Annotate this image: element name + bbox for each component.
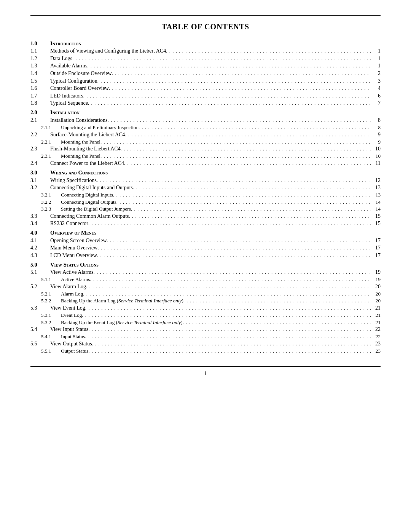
toc-row-sub1: 3.3 Connecting Common Alarm Outputs 15	[30, 212, 381, 220]
toc-label: Unpacking and Preliminary Inspection	[61, 125, 371, 131]
subsection-num: 5.3.2	[30, 320, 61, 326]
subsection-num: 5.2.2	[30, 298, 61, 304]
toc-row-sub1: 5.5 View Output Status 23	[30, 340, 381, 348]
subsection-num: 5.2	[30, 284, 50, 290]
toc-label: Setting the Digital Output Jumpers	[61, 206, 371, 212]
toc-page: 10	[371, 153, 381, 159]
toc-row-sub1: 4.2 Main Menu Overview 17	[30, 244, 381, 252]
toc-label: Controller Board Overview	[50, 85, 371, 91]
toc-row-sub1: 4.1 Opening Screen Overview 17	[30, 237, 381, 244]
toc-row-sub1: 3.2 Connecting Digital Inputs and Output…	[30, 184, 381, 192]
subsection-num: 5.4	[30, 326, 50, 332]
toc-page: 21	[371, 312, 381, 318]
subsection-num: 2.1	[30, 117, 50, 123]
toc-page: 1	[371, 56, 381, 62]
toc-page: 15	[371, 213, 381, 219]
toc-label: Backing Up the Event Log (Service Termin…	[61, 320, 371, 326]
toc-label: View Input Status	[50, 326, 371, 332]
toc-label: Installation Considerations	[50, 117, 371, 123]
toc-page: 11	[371, 160, 381, 166]
toc-page: 21	[371, 305, 381, 311]
toc-label: LCD Menu Overview	[50, 252, 371, 259]
toc-page: 2	[371, 70, 381, 77]
toc-row-sub1: 1.8 Typical Sequence 7	[30, 100, 381, 107]
subsection-num: 3.4	[30, 220, 50, 227]
section-heading-row: 5.0 View Status Options	[30, 259, 381, 269]
toc-label: Connect Power to the Liebert AC4	[50, 160, 371, 166]
section-num: 2.0	[30, 110, 50, 116]
toc-label: Methods of Viewing and Configuring the L…	[50, 48, 371, 54]
subsection-num: 2.3	[30, 146, 50, 152]
toc-row-sub1: 3.1 Wiring Specifications 12	[30, 177, 381, 184]
toc-page: 7	[371, 100, 381, 106]
toc-label: Output Status	[61, 348, 371, 354]
subsection-num: 1.2	[30, 56, 50, 62]
toc-label: Mounting the Panel	[61, 153, 371, 159]
toc-content: 1.0 Introduction 1.1 Methods of Viewing …	[30, 38, 381, 355]
toc-row-sub2: 5.2.1 Alarm Log 20	[30, 291, 381, 297]
top-rule	[30, 15, 381, 16]
toc-page: 17	[371, 245, 381, 251]
toc-label: View Output Status	[50, 341, 371, 347]
toc-page: 20	[371, 284, 381, 290]
toc-row-sub2: 3.2.2 Connecting Digital Outputs 14	[30, 198, 381, 205]
subsection-num: 5.3	[30, 305, 50, 311]
toc-row-sub2: 2.2.1 Mounting the Panel 9	[30, 138, 381, 145]
toc-label: Connecting Common Alarm Outputs	[50, 213, 371, 219]
toc-label: Surface-Mounting the Liebert AC4	[50, 132, 371, 138]
toc-page: 21	[371, 320, 381, 326]
toc-row-sub2: 5.3.1 Event Log 21	[30, 312, 381, 319]
subsection-num: 3.2	[30, 185, 50, 191]
toc-page: 10	[371, 146, 381, 152]
toc-label: View Event Log	[50, 305, 371, 311]
toc-row-sub1: 1.3 Available Alarms 1	[30, 62, 381, 70]
toc-label: Connecting Digital Inputs	[61, 192, 371, 198]
toc-row-sub1: 1.2 Data Logs 1	[30, 55, 381, 62]
toc-page: 13	[371, 192, 381, 198]
subsection-num: 2.3.1	[30, 153, 61, 159]
bottom-rule	[30, 366, 381, 367]
subsection-num: 3.2.1	[30, 192, 61, 198]
toc-label: LED Indicators	[50, 93, 371, 99]
toc-row-sub2: 5.1.1 Active Alarms 19	[30, 276, 381, 283]
toc-label: Flush-Mounting the Liebert AC4	[50, 146, 371, 152]
toc-page: 13	[371, 185, 381, 191]
toc-row-sub2: 5.2.2 Backing Up the Alarm Log (Service …	[30, 297, 381, 304]
subsection-num: 5.2.1	[30, 291, 61, 297]
toc-page: 3	[371, 78, 381, 84]
toc-row-sub2: 3.2.3 Setting the Digital Output Jumpers…	[30, 206, 381, 212]
toc-page: 19	[371, 269, 381, 275]
toc-row-sub2: 2.1.1 Unpacking and Preliminary Inspecti…	[30, 124, 381, 131]
subsection-num: 1.4	[30, 70, 50, 77]
toc-page: 19	[371, 276, 381, 283]
toc-label: Typical Configuration	[50, 78, 371, 84]
subsection-num: 5.1.1	[30, 276, 61, 283]
section-heading-text: View Status Options	[50, 262, 99, 268]
subsection-num: 2.2.1	[30, 139, 61, 145]
toc-page: 14	[371, 206, 381, 212]
toc-row-sub1: 1.6 Controller Board Overview 4	[30, 85, 381, 92]
section-heading-text: Installation	[50, 109, 80, 116]
toc-page: 17	[371, 252, 381, 259]
toc-row-sub1: 5.1 View Active Alarms 19	[30, 268, 381, 276]
toc-row-sub1: 1.5 Typical Configuration 3	[30, 77, 381, 85]
toc-label: Opening Screen Overview	[50, 238, 371, 244]
toc-row-sub2: 3.2.1 Connecting Digital Inputs 13	[30, 192, 381, 198]
toc-label: Input Status	[61, 334, 371, 340]
page-title: TABLE OF CONTENTS	[30, 22, 381, 31]
toc-page: 1	[371, 48, 381, 54]
page-footer: i	[30, 371, 381, 377]
toc-label: Wiring Specifications	[50, 177, 371, 184]
subsection-num: 1.7	[30, 93, 50, 99]
subsection-num: 4.3	[30, 252, 50, 259]
toc-page: 8	[371, 125, 381, 131]
toc-row-sub2: 2.3.1 Mounting the Panel 10	[30, 153, 381, 160]
toc-page: 22	[371, 326, 381, 332]
subsection-num: 1.1	[30, 48, 50, 54]
toc-page: 20	[371, 291, 381, 297]
subsection-num: 4.1	[30, 238, 50, 244]
toc-label: Event Log	[61, 312, 371, 318]
toc-label: Alarm Log	[61, 291, 371, 297]
subsection-num: 4.2	[30, 245, 50, 251]
subsection-num: 5.1	[30, 269, 50, 275]
